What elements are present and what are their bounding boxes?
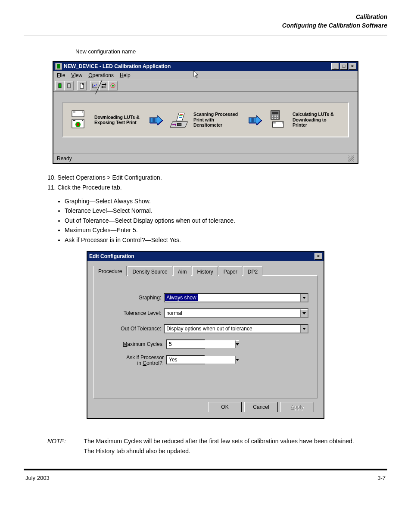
tab-aim[interactable]: Aim <box>173 266 192 276</box>
tool-target-icon[interactable] <box>108 81 118 90</box>
stage-1-icon <box>71 110 91 130</box>
combo-tolerance[interactable] <box>164 308 308 318</box>
svg-rect-14 <box>180 114 183 115</box>
bullet-list: Graphing—Select Always Show. Tolerance L… <box>65 196 364 245</box>
combo-oot-value[interactable] <box>165 325 300 333</box>
svg-rect-6 <box>73 112 75 112</box>
dialog-close-button[interactable]: × <box>314 253 322 260</box>
row-tolerance: Tolerance Level: <box>103 308 308 318</box>
bullet-item: Out of Tolerance—Select Display options … <box>65 216 364 225</box>
svg-rect-30 <box>277 118 278 119</box>
dialog-title: Edit Configuration <box>89 253 314 259</box>
tab-history[interactable]: History <box>192 266 218 276</box>
bullet-item: Ask if Processor is in Control?—Select Y… <box>65 235 364 245</box>
svg-rect-24 <box>274 116 275 118</box>
label-ask-processor: Ask if Processorin Control?: <box>103 355 166 366</box>
page-header: Calibration Configuring the Calibration … <box>24 13 387 30</box>
svg-rect-22 <box>277 115 278 116</box>
svg-rect-10 <box>82 120 83 121</box>
svg-rect-21 <box>275 115 277 116</box>
row-graphing: Graphing: Always show <box>103 293 308 302</box>
step-11: 11. Click the Procedure tab. <box>47 183 364 192</box>
menu-view[interactable]: View <box>71 72 82 78</box>
ok-button[interactable]: OK <box>208 402 242 412</box>
svg-rect-7 <box>82 112 83 112</box>
page-footer: July 2003 3-7 <box>24 475 387 481</box>
maximize-button[interactable]: □ <box>340 63 348 70</box>
svg-rect-23 <box>272 116 273 118</box>
svg-rect-20 <box>274 115 275 116</box>
combo-max-cycles-value[interactable] <box>167 340 235 348</box>
stage-2: Scanning Processed Print with Densitomet… <box>170 110 241 130</box>
stage-1: Downloading LUTs & Exposing Test Print <box>71 110 142 130</box>
tab-panel: Graphing: Always show Tolerance Level: O… <box>93 275 318 398</box>
combo-ask-processor-value[interactable] <box>167 356 235 364</box>
svg-rect-16 <box>179 117 182 118</box>
tab-paper[interactable]: Paper <box>219 266 242 276</box>
note-block: NOTE: The Maximum Cycles will be reduced… <box>24 432 387 456</box>
svg-point-4 <box>112 85 114 87</box>
edit-configuration-dialog: Edit Configuration × Procedure Density S… <box>87 251 324 419</box>
svg-rect-27 <box>272 118 273 119</box>
svg-rect-19 <box>272 115 273 116</box>
svg-rect-32 <box>273 123 276 124</box>
combo-ask-processor[interactable] <box>166 355 205 364</box>
bullet-item: Maximum Cycles—Enter 5. <box>65 225 364 235</box>
tab-density-source[interactable]: Density Source <box>128 266 172 276</box>
combo-tolerance-value[interactable] <box>165 309 300 317</box>
cancel-button[interactable]: Cancel <box>244 402 278 412</box>
cursor-icon <box>193 70 200 80</box>
stage-3-icon <box>269 110 289 130</box>
dropdown-arrow-icon[interactable] <box>300 325 308 333</box>
combo-graphing[interactable]: Always show <box>164 293 308 302</box>
svg-rect-18 <box>272 112 278 114</box>
status-bar: Ready <box>53 153 358 163</box>
combo-oot[interactable] <box>164 324 308 333</box>
menu-file[interactable]: File <box>57 72 65 78</box>
stage-3: Calculating LUTs & Downloading to Printe… <box>269 110 340 130</box>
combo-max-cycles[interactable] <box>166 339 205 349</box>
footer-rule <box>24 469 387 470</box>
resize-grip-icon[interactable] <box>348 156 354 162</box>
note-text: The Maximum Cycles will be reduced after… <box>84 436 364 456</box>
dropdown-arrow-icon[interactable] <box>300 294 308 302</box>
tool-icon-2[interactable] <box>64 81 74 90</box>
step-10: 10. Select Operations > Edit Configurati… <box>47 173 364 182</box>
tab-procedure[interactable]: Procedure <box>93 266 127 276</box>
dropdown-arrow-icon[interactable] <box>300 309 308 317</box>
svg-rect-1 <box>68 84 70 88</box>
dropdown-arrow-icon[interactable] <box>235 340 239 348</box>
stage-2-icon <box>170 110 190 130</box>
arrow-1-icon <box>149 115 162 124</box>
tab-dp2[interactable]: DP2 <box>243 266 262 276</box>
status-text: Ready <box>57 156 72 162</box>
system-menu-icon[interactable] <box>55 63 62 70</box>
arrow-2-icon <box>249 115 262 124</box>
main-window: NEW_DEVICE - LED Calibration Application… <box>53 61 358 164</box>
header-rule <box>24 35 387 35</box>
dialog-title-bar: Edit Configuration × <box>87 252 324 261</box>
tool-document-icon[interactable] <box>77 81 87 90</box>
title-bar: NEW_DEVICE - LED Calibration Application… <box>53 62 358 71</box>
minimize-button[interactable]: _ <box>331 63 339 70</box>
close-button[interactable]: × <box>349 63 356 70</box>
header-line2: Configuring the Calibration Software <box>24 22 387 30</box>
menu-help[interactable]: Help <box>120 72 131 78</box>
svg-rect-29 <box>275 118 277 119</box>
stage-2-text: Scanning Processed Print with Densitomet… <box>193 112 241 128</box>
row-out-of-tolerance: Out Of Tolerance: <box>103 324 308 333</box>
svg-rect-33 <box>282 123 283 124</box>
header-line1: Calibration <box>24 13 387 22</box>
dropdown-arrow-icon[interactable] <box>235 356 239 364</box>
tool-graph-icon[interactable] <box>90 81 100 90</box>
row-ask-processor: Ask if Processorin Control?: <box>103 355 308 366</box>
note-label: NOTE: <box>47 436 76 456</box>
svg-rect-28 <box>274 118 275 119</box>
process-area: Downloading LUTs & Exposing Test Print <box>53 92 358 153</box>
bullet-item: Tolerance Level—Select Normal. <box>65 206 364 215</box>
svg-point-12 <box>77 123 79 126</box>
footer-right: 3-7 <box>377 475 386 481</box>
label-tolerance: Tolerance Level: <box>103 310 164 316</box>
menu-operations[interactable]: Operations <box>88 72 114 78</box>
tool-icon-1[interactable] <box>55 81 65 90</box>
